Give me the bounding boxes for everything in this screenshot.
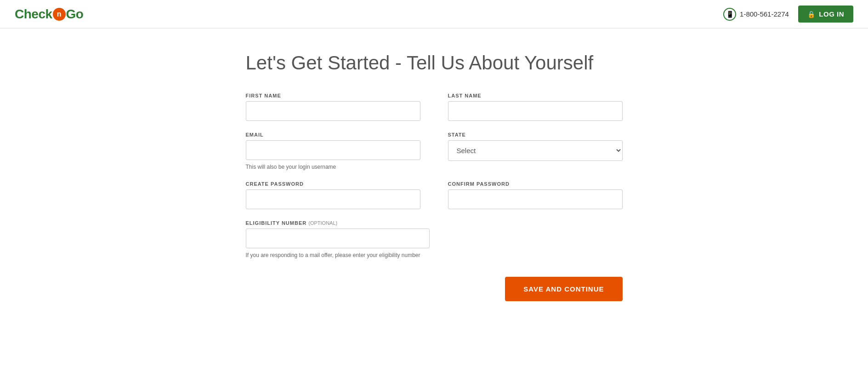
- phone-icon: 📱: [723, 8, 736, 21]
- last-name-input[interactable]: [448, 101, 623, 121]
- create-password-input[interactable]: [246, 189, 420, 209]
- login-button[interactable]: 🔒 LOG IN: [798, 6, 853, 23]
- form-grid: FIRST NAME LAST NAME EMAIL This will als…: [246, 93, 623, 258]
- email-hint: This will also be your login username: [246, 164, 420, 170]
- main-content: Let's Get Started - Tell Us About Yourse…: [227, 29, 641, 338]
- first-name-input[interactable]: [246, 101, 420, 121]
- last-name-group: LAST NAME: [448, 93, 623, 121]
- first-name-label: FIRST NAME: [246, 93, 420, 98]
- confirm-password-label: CONFIRM PASSWORD: [448, 181, 623, 187]
- eligibility-optional: (OPTIONAL): [308, 220, 337, 226]
- login-label: LOG IN: [819, 10, 844, 18]
- registration-form: FIRST NAME LAST NAME EMAIL This will als…: [246, 93, 623, 301]
- page-title: Let's Get Started - Tell Us About Yourse…: [246, 51, 623, 74]
- confirm-password-input[interactable]: [448, 189, 623, 209]
- button-area: SAVE AND CONTINUE: [246, 277, 623, 301]
- eligibility-label: ELIGIBILITY NUMBER (OPTIONAL): [246, 220, 623, 226]
- email-input[interactable]: [246, 140, 420, 160]
- create-password-group: CREATE PASSWORD: [246, 181, 420, 209]
- create-password-label: CREATE PASSWORD: [246, 181, 420, 187]
- header: Check n Go 📱 1-800-561-2274 🔒 LOG IN: [0, 0, 868, 29]
- logo: Check n Go: [15, 7, 83, 22]
- phone-number: 1-800-561-2274: [740, 10, 789, 18]
- eligibility-group: ELIGIBILITY NUMBER (OPTIONAL) If you are…: [246, 220, 623, 258]
- phone-section: 📱 1-800-561-2274: [723, 8, 789, 21]
- last-name-label: LAST NAME: [448, 93, 623, 98]
- state-group: STATE SelectALAKAZARCACOCTDEFLGAHIIDILIN…: [448, 132, 623, 170]
- email-group: EMAIL This will also be your login usern…: [246, 132, 420, 170]
- first-name-group: FIRST NAME: [246, 93, 420, 121]
- confirm-password-group: CONFIRM PASSWORD: [448, 181, 623, 209]
- logo-go: Go: [66, 7, 84, 22]
- state-label: STATE: [448, 132, 623, 137]
- logo-check: Check: [15, 7, 52, 22]
- lock-icon: 🔒: [807, 11, 816, 18]
- eligibility-hint: If you are responding to a mail offer, p…: [246, 252, 623, 258]
- eligibility-input[interactable]: [246, 229, 430, 248]
- save-continue-button[interactable]: SAVE AND CONTINUE: [505, 277, 622, 301]
- logo-n-circle: n: [53, 8, 66, 21]
- state-select[interactable]: SelectALAKAZARCACOCTDEFLGAHIIDILINIAKSKY…: [448, 140, 623, 161]
- email-label: EMAIL: [246, 132, 420, 137]
- header-right: 📱 1-800-561-2274 🔒 LOG IN: [723, 6, 853, 23]
